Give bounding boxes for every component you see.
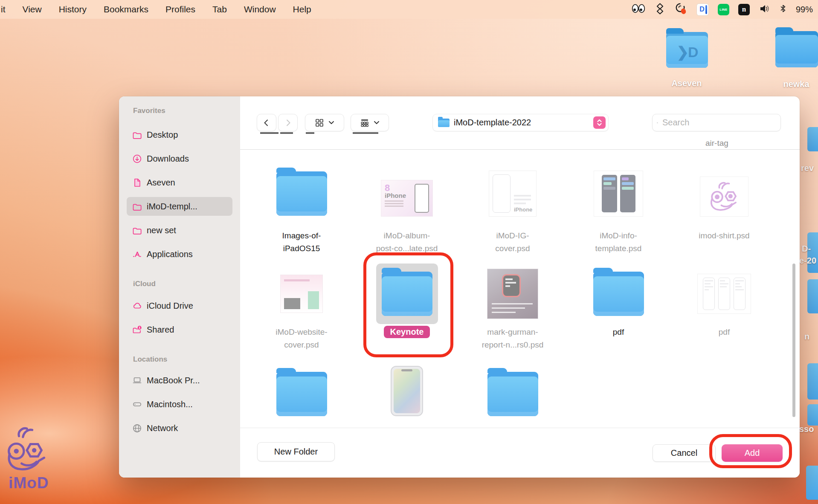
menu-item-view[interactable]: View [23, 4, 42, 14]
file-item-folder[interactable] [470, 365, 555, 416]
battery-percentage[interactable]: 99% [796, 5, 813, 14]
file-name: pdf [719, 326, 730, 339]
pdf-thumbnail [697, 274, 751, 314]
file-item-imod-album-psd[interactable]: 8iPhone iMoD-album-post-co...late.psd [364, 167, 450, 255]
clipped-desktop-label: rev [801, 163, 814, 173]
file-item-pdf-folder[interactable]: pdf [576, 264, 661, 339]
clipped-label-fragment [353, 132, 378, 134]
back-button[interactable] [257, 114, 276, 131]
clipped-file-label: air-tag [705, 139, 728, 148]
sidebar-item-macintosh-hd[interactable]: Macintosh... [127, 395, 232, 414]
folder-icon [775, 31, 818, 67]
sidebar-item-label: Applications [147, 249, 193, 259]
folder-icon [438, 119, 450, 127]
file-name: mark-gurman- [482, 326, 544, 339]
line-app-icon[interactable]: LINE [718, 4, 729, 15]
search-icon [657, 118, 658, 127]
psd-thumbnail [487, 269, 538, 319]
chevron-down-icon [374, 121, 380, 125]
menu-item-help[interactable]: Help [293, 4, 311, 14]
eyes-icon[interactable] [631, 3, 646, 16]
tweetbot-icon[interactable] [674, 2, 687, 17]
sidebar-item-downloads[interactable]: Downloads [127, 149, 232, 168]
location-dropdown-value: iMoD-template-2022 [454, 118, 593, 127]
file-item-imod-shirt-psd[interactable]: imod-shirt.psd [682, 167, 767, 242]
sidebar-item-icloud-drive[interactable]: iCloud Drive [127, 296, 232, 315]
file-name: Images-of- [282, 229, 321, 242]
menu-item-history[interactable]: History [59, 4, 87, 14]
group-view-button[interactable] [351, 114, 389, 131]
desktop-icon-newka[interactable] [775, 31, 818, 67]
sidebar-item-label: Macintosh... [147, 400, 193, 409]
file-name: iPadOS15 [282, 242, 321, 255]
menu-item-edit-partial[interactable]: it [1, 4, 6, 14]
file-item-folder[interactable] [259, 365, 344, 416]
search-input[interactable] [661, 117, 776, 128]
file-item-imod-ig-cover-psd[interactable]: iPhone iMoD-IG-cover.psd [470, 167, 555, 255]
forward-button[interactable] [278, 114, 298, 131]
desktop-icon-label: Aseven [662, 78, 711, 88]
file-item-pdf-document[interactable]: pdf [682, 264, 767, 339]
file-name: cover.psd [495, 242, 530, 255]
sidebar-item-network[interactable]: Network [127, 419, 232, 437]
cancel-button[interactable]: Cancel [653, 444, 716, 462]
sidebar-item-desktop[interactable]: Desktop [127, 125, 232, 144]
folder-icon [132, 202, 142, 211]
sidebar-item-new-set[interactable]: new set [127, 221, 232, 240]
chevron-left-icon [262, 118, 271, 127]
file-name: pdf [613, 326, 624, 339]
imod-watermark: iMoD [3, 426, 55, 492]
sidebar-item-shared[interactable]: Shared [127, 320, 232, 339]
globe-icon [132, 423, 142, 433]
folder-icon [132, 130, 142, 140]
sidebar-item-label: Aseven [147, 178, 175, 188]
layers-stack-icon[interactable] [655, 3, 665, 17]
documents-app-icon[interactable]: D [696, 3, 709, 16]
menu-item-window[interactable]: Window [244, 4, 276, 14]
sidebar-item-applications[interactable]: Applications [127, 245, 232, 264]
location-dropdown[interactable]: iMoD-template-2022 [432, 114, 609, 131]
file-item-images-of-ipados15[interactable]: Images-of-iPadOS15 [259, 167, 344, 255]
file-item-imod-info-template-psd[interactable]: iMoD-info-template.psd [576, 167, 661, 255]
sidebar-item-aseven[interactable]: Aseven [127, 173, 232, 192]
file-item-mark-gurman-psd[interactable]: mark-gurman-report-n...rs0.psd [470, 264, 555, 351]
volume-icon[interactable] [759, 3, 770, 16]
menu-item-bookmarks[interactable]: Bookmarks [104, 4, 148, 14]
sidebar-item-label: Shared [147, 325, 174, 335]
clipped-desktop-folder[interactable] [807, 279, 818, 313]
file-item-iphone-image[interactable] [364, 365, 450, 416]
file-item-imod-website-cover-psd[interactable]: iMoD-website-cover.psd [259, 264, 344, 351]
menu-bar: it View History Bookmarks Profiles Tab W… [0, 0, 818, 19]
sidebar-item-imod-template[interactable]: iMoD-templ... [127, 197, 232, 216]
menu-item-tab[interactable]: Tab [212, 4, 227, 14]
clipped-desktop-folder[interactable] [807, 404, 818, 426]
notion-app-icon[interactable]: n [738, 4, 750, 15]
desktop-icon-aseven[interactable]: ❯D [666, 32, 708, 68]
psd-thumbnail: 8iPhone [381, 180, 433, 217]
file-name: report-n...rs0.psd [482, 339, 544, 351]
psd-thumbnail [594, 171, 643, 217]
icon-view-button[interactable] [305, 114, 344, 131]
dropdown-stepper-icon [593, 116, 606, 129]
sidebar-item-macbook[interactable]: MacBook Pr... [127, 371, 232, 390]
vertical-scrollbar[interactable] [792, 264, 795, 417]
appstore-icon [132, 249, 142, 259]
clipped-desktop-folder[interactable] [807, 363, 818, 400]
grid-view-icon [315, 118, 324, 127]
clipped-desktop-folder[interactable] [806, 466, 818, 500]
menu-item-profiles[interactable]: Profiles [165, 4, 195, 14]
bluetooth-icon[interactable] [779, 3, 787, 16]
menu-items: it View History Bookmarks Profiles Tab W… [0, 4, 311, 14]
document-icon [132, 178, 142, 188]
clipped-desktop-folder[interactable] [807, 127, 818, 151]
imod-mascot-logo [3, 426, 48, 475]
psd-thumbnail: iPhone [489, 171, 537, 217]
psd-thumbnail [280, 275, 323, 313]
search-field[interactable] [652, 114, 781, 131]
status-icons: D LINE n 99% [631, 0, 813, 19]
folder-icon [276, 372, 327, 416]
file-name: template.psd [595, 242, 642, 255]
new-folder-button[interactable]: New Folder [257, 442, 335, 461]
download-icon [132, 154, 142, 164]
sidebar-item-label: MacBook Pr... [147, 376, 200, 385]
